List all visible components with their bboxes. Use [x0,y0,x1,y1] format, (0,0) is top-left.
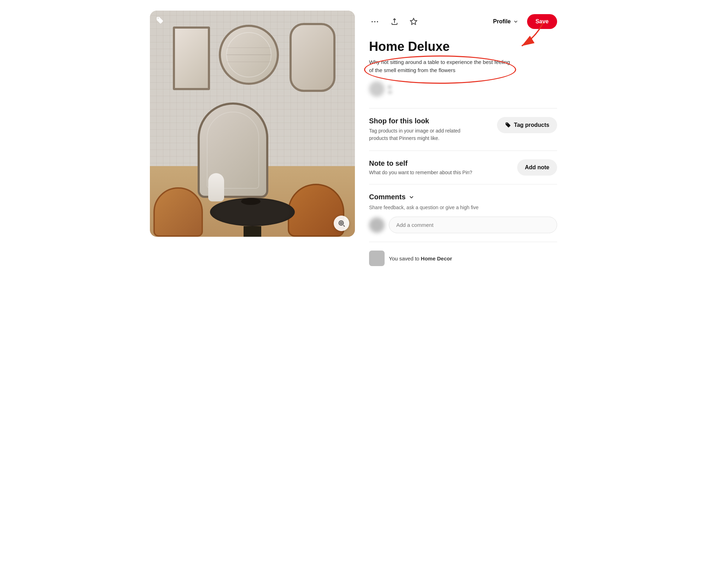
section-divider-3 [369,184,557,184]
vase [208,173,224,201]
description-wrapper: Why not sitting around a table to experi… [369,58,557,74]
add-note-button[interactable]: Add note [517,159,557,176]
svg-marker-3 [410,18,417,24]
mirror-circle [219,25,279,85]
mirror-rect [173,27,210,90]
shop-description: Tag products in your image or add relate… [369,127,461,142]
note-section: Note to self What do you want to remembe… [369,159,557,176]
comment-input-row [369,217,557,233]
author-avatar [369,81,385,97]
saved-to-row: You saved to Home Decor [369,251,557,266]
pin-tag-icon [156,16,165,26]
star-icon [410,18,417,25]
section-divider-2 [369,151,557,151]
svg-line-2 [344,225,345,227]
author-name: u [388,83,392,89]
shop-text: Shop for this look Tag products in your … [369,117,461,142]
chevron-down-icon [513,19,519,24]
tag-products-button[interactable]: Tag products [497,117,557,133]
comments-title: Comments [369,193,405,201]
toolbar: ··· Profile [369,14,557,29]
pin-title-area: Home Deluxe [369,39,557,54]
mirror-round-rect [290,23,335,92]
content-panel: ··· Profile [369,11,557,266]
section-divider-4 [369,242,557,242]
pin-image [150,11,355,237]
saved-text: You saved to Home Decor [389,255,452,261]
pin-description: Why not sitting around a table to experi… [369,58,510,74]
comments-section: Comments Share feedback, ask a question … [369,193,557,233]
save-button[interactable]: Save [527,14,557,29]
svg-point-0 [339,221,344,225]
toolbar-right: Profile Save [489,14,557,29]
page-wrapper: ··· Profile [141,0,566,277]
toolbar-left: ··· [369,16,420,28]
lens-search-button[interactable] [334,216,349,231]
shop-section: Shop for this look Tag products in your … [369,117,557,142]
pin-title: Home Deluxe [369,39,450,54]
profile-dropdown-button[interactable]: Profile [489,16,523,28]
section-divider-1 [369,108,557,108]
commenter-avatar [369,217,385,233]
bowl [241,198,261,205]
room-scene [150,11,355,237]
comments-header: Comments [369,193,557,201]
more-icon: ··· [371,18,379,26]
tag-products-label: Tag products [514,122,549,128]
comments-chevron-icon [408,194,415,200]
share-button[interactable] [388,16,401,28]
author-sub: er [388,89,392,95]
svg-point-1 [340,222,342,224]
note-title: Note to self [369,159,472,167]
note-text: Note to self What do you want to remembe… [369,159,472,175]
comments-subtitle: Share feedback, ask a question or give a… [369,205,557,210]
image-panel [150,11,355,266]
author-area: u er [369,81,557,97]
bookmark-button[interactable] [408,16,420,28]
shop-title: Shop for this look [369,117,461,125]
profile-label: Profile [493,18,511,25]
share-icon [391,18,398,25]
comment-input[interactable] [389,217,557,233]
chair-left [153,187,203,237]
note-description: What do you want to remember about this … [369,170,472,175]
tag-icon [505,122,511,128]
saved-avatar [369,251,385,266]
more-options-button[interactable]: ··· [369,16,381,28]
